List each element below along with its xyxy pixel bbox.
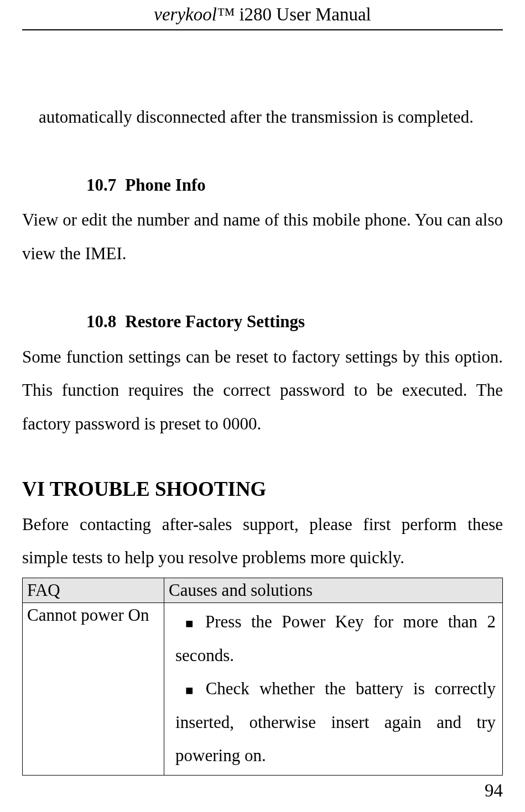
bullet-item: ■ Check whether the battery is correctly… <box>175 672 496 772</box>
intro-paragraph: automatically disconnected after the tra… <box>39 101 503 134</box>
table-header-faq: FAQ <box>23 578 164 603</box>
table-cell-solutions: ■ Press the Power Key for more than 2 se… <box>164 603 503 775</box>
faq-table: FAQ Causes and solutions Cannot power On… <box>22 578 503 775</box>
page-header: verykool™ i280 User Manual <box>22 0 503 30</box>
header-brand: verykool™ <box>154 4 235 24</box>
section-body-phone-info: View or edit the number and name of this… <box>22 203 503 270</box>
bullet-item: ■ Press the Power Key for more than 2 se… <box>175 605 496 672</box>
page-content: automatically disconnected after the tra… <box>22 30 503 776</box>
section-title: Restore Factory Settings <box>125 312 305 331</box>
section-heading-phone-info: 10.7Phone Info <box>86 172 503 198</box>
bullet-text: Press the Power Key for more than 2 seco… <box>175 612 496 664</box>
section-body-restore: Some function settings can be reset to f… <box>22 340 503 441</box>
table-cell-faq: Cannot power On <box>23 603 164 775</box>
header-title: i280 User Manual <box>235 4 371 24</box>
section-heading-restore: 10.8Restore Factory Settings <box>86 309 503 335</box>
table-header-row: FAQ Causes and solutions <box>23 578 503 603</box>
bullet-square-icon: ■ <box>185 611 194 637</box>
page-number: 94 <box>485 780 503 801</box>
bullet-text: Check whether the battery is correctly i… <box>175 679 496 765</box>
section-number: 10.8 <box>86 309 116 335</box>
section-title: Phone Info <box>125 175 206 195</box>
table-header-solutions: Causes and solutions <box>164 578 503 603</box>
section-number: 10.7 <box>86 172 116 198</box>
chapter-body: Before contacting after-sales support, p… <box>22 508 503 575</box>
chapter-heading: VI TROUBLE SHOOTING <box>22 474 503 505</box>
bullet-square-icon: ■ <box>185 678 194 704</box>
table-row: Cannot power On ■ Press the Power Key fo… <box>23 603 503 775</box>
